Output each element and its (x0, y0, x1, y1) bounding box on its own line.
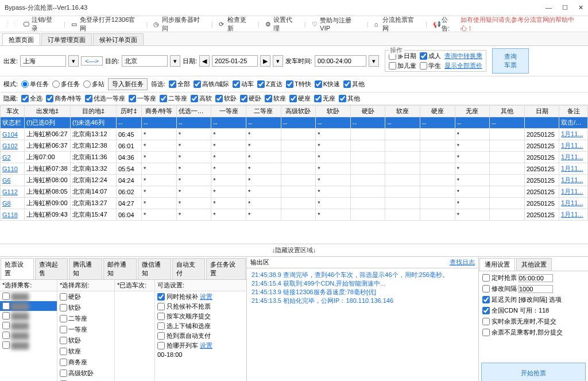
table-row[interactable]: G6上海虹桥08:00北京南12:2404:24******202501251月… (1, 175, 588, 186)
timed-grab-checkbox[interactable]: 定时抢票 (482, 274, 585, 282)
time-input[interactable] (315, 55, 366, 67)
table-row[interactable]: G2上海07:00北京南11:3604:36******202501251月11… (1, 152, 588, 163)
student-checkbox[interactable]: 学生 (420, 61, 441, 70)
opt-bunk[interactable]: 选上下铺和选座 (157, 322, 244, 330)
from-dropdown-button[interactable]: ▾ (68, 55, 79, 67)
mod-interval-input[interactable] (519, 285, 553, 293)
hide-deluxesoft[interactable]: 高软 (191, 94, 212, 103)
filter-highspeed[interactable]: 高铁/城际 (194, 80, 229, 88)
filter-emu[interactable]: 动车 (233, 80, 254, 88)
swap-button[interactable]: <—> (81, 56, 103, 66)
seat-item[interactable]: 软卧 (57, 302, 114, 313)
seat-list[interactable]: 硬卧软卧二等座一等座软卧软座商务座高级软卧优选一等座 (57, 291, 114, 381)
passenger-list[interactable]: ████ ████ ████ ████ ████ ████ (0, 291, 57, 381)
settings-tab[interactable]: 邮件通知 (103, 258, 137, 279)
adult-checkbox[interactable]: 成人 (420, 52, 441, 60)
col-header[interactable]: 商务/特等 (142, 106, 177, 117)
selected-train-list[interactable] (115, 291, 154, 381)
table-row[interactable]: G110上海虹桥07:38北京南13:3205:54******20250125… (1, 163, 588, 175)
hide-all[interactable]: 全选 (21, 94, 42, 103)
hide-softsleep[interactable]: 软卧 (215, 94, 237, 103)
time-dropdown-button[interactable]: ▾ (369, 55, 379, 67)
import-task-button[interactable]: 导入新任务 (108, 78, 148, 90)
rtab-other[interactable]: 其他设置 (516, 258, 552, 271)
table-row[interactable]: G112上海虹桥08:05北京南14:0706:02******20250125… (1, 186, 588, 198)
col-header[interactable]: 车次 (1, 106, 25, 117)
from-input[interactable] (20, 55, 66, 67)
col-header[interactable]: 二等座 (246, 106, 281, 117)
mode-multistation[interactable]: 多站 (83, 80, 105, 88)
settings-tab[interactable]: 多任务设置 (206, 258, 246, 279)
check-update-button[interactable]: ⟳检查更新 (216, 14, 254, 34)
hide-premfirst[interactable]: 优选一等座 (85, 94, 125, 103)
settings-tab[interactable]: 微信通知 (138, 258, 171, 279)
rtab-general[interactable]: 通用设置 (479, 258, 515, 271)
col-header[interactable]: 无座 (455, 106, 490, 117)
collapse-settings-button[interactable]: ↓隐藏设置区域↓ (0, 244, 588, 257)
filter-z[interactable]: Z直达 (257, 80, 283, 88)
opt-onlywait[interactable]: 只抢候补不抢票 (157, 302, 244, 311)
col-header[interactable]: 硬座 (420, 106, 455, 117)
settings-tab[interactable]: 腾讯通知 (69, 258, 102, 279)
col-header[interactable]: 软座 (385, 106, 420, 117)
col-header[interactable]: 其他 (490, 106, 525, 117)
to-input[interactable] (122, 55, 168, 67)
seat-item[interactable]: 高级软卧 (57, 368, 114, 379)
date-next-button[interactable]: ▶ (260, 55, 270, 67)
col-header[interactable]: 历时‡ (117, 106, 142, 117)
start-grab-button[interactable]: 开始抢票 (481, 363, 586, 381)
hide-second[interactable]: 二等座 (160, 94, 187, 103)
view-log-link[interactable]: 查找日志 (450, 258, 475, 267)
table-row[interactable]: G118上海虹桥09:43北京南15:4706:04******20250125… (1, 209, 588, 221)
official-site-button[interactable]: ⌂分流抢票官网 (372, 14, 423, 34)
opt-order[interactable]: 按车次顺序提交 (157, 312, 244, 321)
hide-hardsleep[interactable]: 硬卧 (240, 94, 261, 103)
to-dropdown-button[interactable]: ▾ (170, 55, 180, 67)
col-header[interactable]: 高级软卧 (281, 106, 316, 117)
seat-item[interactable]: 软座 (57, 346, 114, 357)
status-row[interactable]: 状态栏(!)已选0列(!)未选46列 ---------------------… (1, 117, 588, 129)
tab-grab[interactable]: 抢票页面 (2, 33, 40, 45)
opt-timerange[interactable]: 00-18:00 (157, 351, 244, 358)
col-header[interactable]: 备注 (559, 106, 588, 117)
opt-opentrain[interactable]: 抢哪开列车 设置 (157, 341, 244, 350)
settings-tab[interactable]: 抢票设置 (1, 258, 34, 279)
col-header[interactable]: 日期 (525, 106, 559, 117)
minimize-icon[interactable]: — (546, 4, 552, 11)
opt-autopay[interactable]: 抢到票自动支付 (157, 332, 244, 340)
delay-close-checkbox[interactable]: 延迟关闭 [修改间隔] 选项 (482, 295, 585, 304)
hide-other[interactable]: 其他 (339, 94, 360, 103)
col-header[interactable]: 硬卧 (350, 106, 385, 117)
hide-hardseat[interactable]: 硬座 (289, 94, 311, 103)
notice-text[interactable]: 如有使用疑问请先参考分流官网的帮助中心！ (461, 16, 585, 33)
close-icon[interactable]: ✕ (578, 4, 583, 11)
filter-other[interactable]: 其他 (343, 80, 365, 88)
seat-item[interactable]: 二等座 (57, 313, 114, 324)
settings-tab[interactable]: 查询起售 (35, 258, 68, 279)
logout-button[interactable]: 🖵注销/登录 (21, 14, 60, 34)
realtime-noseat-checkbox[interactable]: 实时余票无座时,不提交 (482, 317, 585, 326)
col-header[interactable]: 优选一等座 (176, 106, 211, 117)
filter-t[interactable]: T特快 (286, 80, 311, 88)
mode-single[interactable]: 单任务 (21, 80, 49, 88)
table-row[interactable]: G104上海虹桥06:27北京南13:1206:45******20250125… (1, 129, 588, 140)
date-prev-button[interactable]: ◀ (199, 55, 210, 67)
tab-waitlist[interactable]: 候补订单页面 (93, 33, 144, 45)
opt-waitlist[interactable]: 同时抢候补 设置 (157, 293, 244, 301)
partial-submit-checkbox[interactable]: 余票不足乘客时,部分提交 (482, 328, 585, 337)
seat-item[interactable]: 硬卧 (57, 291, 114, 302)
seat-item[interactable]: 软卧 (57, 335, 114, 346)
settings-tab[interactable]: 自动支付 (172, 258, 206, 279)
hide-noseat[interactable]: 无座 (314, 94, 335, 103)
maximize-icon[interactable]: ☐ (562, 4, 568, 11)
transfer-link[interactable]: 查询中转换乘 (444, 52, 482, 60)
child-checkbox[interactable]: 加儿童 (389, 61, 416, 70)
open-12306-button[interactable]: ▭免登录打开12306官网 (69, 14, 143, 34)
col-header[interactable]: 出发地‡ (25, 106, 71, 117)
col-header[interactable]: 一等座 (211, 106, 246, 117)
col-header[interactable]: 软卧 (316, 106, 351, 117)
seat-item[interactable]: 一等座 (57, 324, 114, 335)
seat-item[interactable]: 商务座 (57, 357, 114, 368)
table-row[interactable]: G8上海虹桥09:00北京南13:2704:27******202501251月… (1, 198, 588, 209)
hide-first[interactable]: 一等座 (129, 94, 156, 103)
